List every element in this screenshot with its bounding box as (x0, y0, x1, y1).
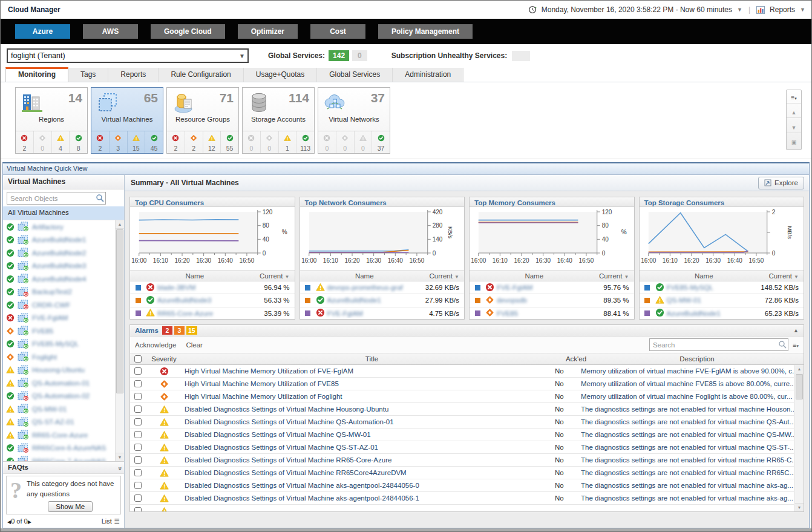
tile-regions[interactable]: 14Regions2048 (15, 87, 88, 154)
collapse-chevrons-icon[interactable]: » (114, 467, 123, 470)
tile-stat-fatal[interactable]: 2 (16, 131, 33, 153)
nav-button-google-cloud[interactable]: Google Cloud (151, 24, 225, 39)
faq-pager[interactable]: ◀0 of 0▶ (7, 517, 31, 525)
reports-dropdown-arrow[interactable]: ▼ (800, 7, 805, 13)
tenant-select[interactable]: foglight (Tenant) ▼ (7, 48, 249, 63)
tile-virtual-networks[interactable]: 37Virtual Networks00037 (318, 87, 390, 154)
tile-stat-critical[interactable]: 0 (33, 131, 51, 153)
vm-list-item[interactable]: AzureBuildNode3 (3, 260, 115, 273)
nav-button-optimizer[interactable]: Optimizer (238, 24, 298, 39)
scroll-up-icon[interactable]: ▲ (116, 220, 124, 229)
consumer-row[interactable]: FVE85-MySQL148.52 KB/s (640, 281, 804, 294)
nav-button-cost[interactable]: Cost (310, 24, 365, 39)
tab-rule-configuration[interactable]: Rule Configuration (159, 68, 243, 82)
alarm-title[interactable]: Disabled Diagnostics Settings of Virtual… (182, 406, 552, 413)
time-range-label[interactable]: Monday, November 16, 2020 3:58:22 PM - N… (542, 5, 732, 14)
tile-stat-critical[interactable]: 0 (336, 131, 354, 153)
tile-stat-warning[interactable]: 4 (51, 131, 70, 153)
sidebar-item-all-virtual-machines[interactable]: All Virtual Machines (3, 206, 124, 220)
vm-list-item[interactable]: RR65Core-6-AzureNAS (3, 442, 115, 455)
column-title[interactable]: Title (182, 355, 562, 363)
row-checkbox[interactable] (134, 418, 142, 425)
column-name[interactable]: Name (485, 272, 583, 280)
scroll-up-icon[interactable]: ▲ (795, 365, 804, 373)
tab-usage-quotas[interactable]: Usage+Quotas (244, 68, 317, 82)
vm-list-item[interactable]: RR65Core-7-AzureNAS (3, 455, 115, 461)
vm-list-item[interactable]: FVE-FglAM (3, 312, 115, 325)
show-me-button[interactable]: Show Me (48, 501, 93, 512)
alarm-row[interactable]: Disabled Diagnostics Settings of Virtual… (130, 441, 794, 454)
alarm-title[interactable]: Disabled Diagnostics Settings of Virtual… (182, 456, 552, 464)
consumer-row[interactable]: AzureBuildNode356.33 % (130, 294, 295, 307)
vm-list-item[interactable]: BackupTest2 (3, 286, 115, 299)
vm-list-item[interactable]: AzureBuildNode4 (3, 272, 115, 286)
alarm-title[interactable]: High Virtual Machine Memory Utilization … (182, 380, 552, 387)
alarm-row[interactable] (130, 505, 794, 511)
tile-stat-normal[interactable]: 8 (69, 131, 87, 153)
alarm-row[interactable]: High Virtual Machine Memory Utilization … (130, 390, 794, 403)
nav-button-aws[interactable]: AWS (83, 24, 138, 39)
alarm-row[interactable]: High Virtual Machine Memory Utilization … (130, 365, 794, 378)
column-severity[interactable]: Severity (146, 355, 182, 363)
tile-stat-warning[interactable]: 1 (278, 131, 296, 153)
table-settings-icon[interactable]: ≡▾ (793, 341, 799, 349)
alarm-title[interactable]: Disabled Diagnostics Settings of Virtual… (182, 418, 552, 425)
tenant-select-arrow[interactable]: ▼ (237, 53, 247, 59)
tile-stat-normal[interactable]: 45 (145, 131, 163, 153)
vm-list-item[interactable]: CRDR-CWF (3, 298, 115, 312)
alarm-row[interactable]: Disabled Diagnostics Settings of Virtual… (130, 492, 794, 505)
tab-reports[interactable]: Reports (108, 68, 159, 82)
tile-resource-groups[interactable]: 71Resource Groups221255 (166, 87, 239, 154)
clear-button[interactable]: Clear (186, 341, 202, 349)
scrollbar-thumb[interactable] (796, 374, 803, 399)
tile-stat-warning[interactable]: 12 (203, 131, 221, 153)
vm-list-item[interactable]: QS-Automation-01 (3, 376, 115, 390)
alarm-title[interactable]: Disabled Diagnostics Settings of Virtual… (182, 494, 552, 502)
column-acked[interactable]: Ack'ed (562, 355, 591, 363)
search-objects-input[interactable] (7, 192, 106, 205)
tile-stat-fatal[interactable]: 0 (318, 131, 336, 153)
nav-button-azure[interactable]: Azure (15, 24, 70, 39)
row-checkbox[interactable] (134, 380, 142, 387)
vm-list-item[interactable]: Housong-Ubuntu (3, 364, 115, 377)
acknowledge-button[interactable]: Acknowledge (135, 341, 176, 349)
tile-scroll-up-icon[interactable]: ▲ (787, 108, 801, 118)
vm-list-item[interactable]: QS-Automation-02 (3, 390, 115, 403)
consumer-row[interactable]: devopsdb89.35 % (470, 294, 634, 307)
tile-stat-normal[interactable]: 37 (372, 131, 390, 153)
scroll-down-icon[interactable]: ▼ (116, 453, 124, 461)
row-checkbox[interactable] (134, 507, 142, 511)
search-icon[interactable] (96, 194, 104, 205)
tile-stat-critical[interactable]: 3 (109, 131, 127, 153)
alarm-title[interactable]: Disabled Diagnostics Settings of Virtual… (182, 431, 552, 438)
consumer-row[interactable]: AzureBuildNode165.23 KB/s (640, 307, 804, 320)
alarm-row[interactable]: Disabled Diagnostics Settings of Virtual… (130, 416, 794, 429)
vm-list-scrollbar[interactable]: ▲ ▼ (115, 220, 124, 461)
search-icon[interactable] (778, 340, 787, 351)
row-checkbox[interactable] (134, 431, 142, 438)
explore-button[interactable]: Explore (758, 177, 804, 189)
vm-list-item[interactable]: FVE85-MySQL (3, 338, 115, 351)
alarm-row[interactable]: High Virtual Machine Memory Utilization … (130, 378, 794, 390)
alarm-row[interactable]: Disabled Diagnostics Settings of Virtual… (130, 403, 794, 416)
row-checkbox[interactable] (134, 393, 142, 400)
consumer-row[interactable]: FVE-FglAM4.75 KB/s (300, 307, 465, 320)
alarm-row[interactable]: Disabled Diagnostics Settings of Virtual… (130, 479, 794, 492)
alarms-search-input[interactable] (649, 338, 788, 351)
vm-list-item[interactable]: Foglight (3, 350, 115, 364)
vm-list-item[interactable]: AzureBuildNode2 (3, 246, 115, 260)
tile-stat-critical[interactable]: 2 (185, 131, 203, 153)
tile-stat-fatal[interactable]: 2 (91, 131, 109, 153)
row-checkbox[interactable] (134, 482, 142, 489)
row-checkbox[interactable] (134, 367, 142, 375)
time-range-dropdown-arrow[interactable]: ▼ (737, 7, 742, 13)
consumer-row[interactable]: FVE8588.41 % (470, 307, 634, 320)
consumer-row[interactable]: RR65-Core-Azure35.39 % (130, 307, 295, 320)
vm-list-item[interactable]: QS-MW-01 (3, 402, 115, 416)
tile-scroll-down-icon[interactable]: ▼ (787, 123, 801, 133)
consumer-row[interactable]: FVE-FglAM95.76 % (470, 281, 634, 294)
tile-stat-critical[interactable]: 0 (260, 131, 278, 153)
faq-list-toggle[interactable]: List ≣ (102, 517, 120, 525)
row-checkbox[interactable] (134, 469, 142, 476)
row-checkbox[interactable] (134, 406, 142, 413)
